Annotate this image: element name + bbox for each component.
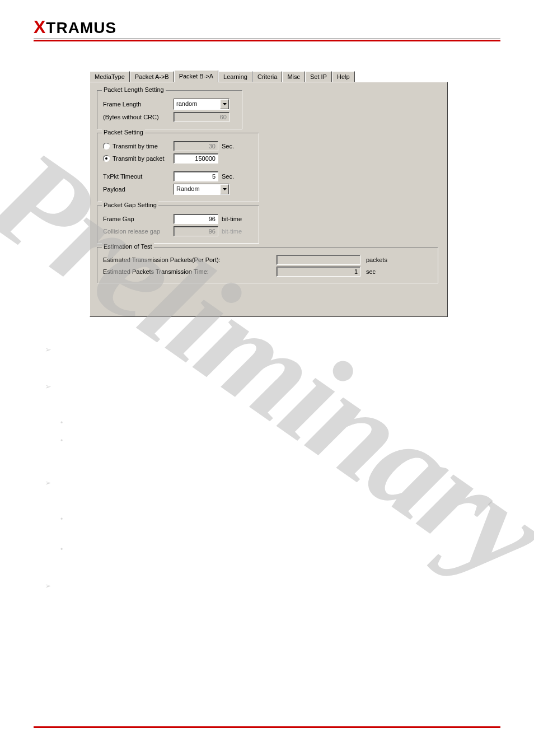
- group-estimation: Estimation of Test Estimated Transmissio…: [97, 247, 438, 283]
- chevron-down-icon[interactable]: [220, 99, 229, 109]
- tab-panel: Packet Length Setting Frame Length rando…: [90, 82, 448, 317]
- bullet-outline: ➢ ➢ • • ➢ • • ➢: [45, 345, 500, 590]
- unit-bittime: bit-time: [222, 216, 242, 222]
- unit-packets: packets: [366, 256, 387, 263]
- group-packet-gap: Packet Gap Setting Frame Gap 96 bit-time…: [97, 206, 259, 244]
- footer-redline: [34, 726, 500, 728]
- group-packet-setting: Packet Setting Transmit by time 30 Sec. …: [97, 133, 259, 202]
- label-est-time: Estimated Packets Transmission Time:: [103, 268, 277, 275]
- radio-icon: [103, 143, 110, 150]
- unit-sec: Sec.: [222, 143, 234, 150]
- tab-setip[interactable]: Set IP: [305, 71, 332, 82]
- svg-marker-1: [223, 188, 227, 190]
- tab-help[interactable]: Help: [332, 71, 355, 82]
- output-est-time: 1: [277, 267, 360, 277]
- radio-icon-checked: [103, 155, 110, 162]
- tab-misc[interactable]: Misc: [282, 71, 305, 82]
- group-packet-length: Packet Length Setting Frame Length rando…: [97, 90, 242, 129]
- dot-bullet: •: [60, 437, 500, 445]
- chevron-bullet: ➢: [45, 345, 500, 354]
- label-txpkt-timeout: TxPkt Timeout: [103, 173, 170, 180]
- radio-transmit-by-packet[interactable]: Transmit by packet: [103, 155, 170, 162]
- input-txpkt-timeout[interactable]: 5: [174, 171, 218, 181]
- legend-estimation: Estimation of Test: [102, 243, 154, 250]
- label-frame-gap: Frame Gap: [103, 216, 170, 222]
- dot-bullet: •: [60, 419, 500, 427]
- label-bytes-without-crc: (Bytes without CRC): [103, 114, 170, 120]
- tab-packet-ab[interactable]: Packet A->B: [130, 71, 174, 82]
- input-transmit-packet-count[interactable]: 150000: [174, 153, 218, 164]
- settings-dialog: MediaType Packet A->B Packet B->A Learni…: [90, 69, 448, 317]
- combo-frame-length[interactable]: random: [174, 99, 229, 110]
- output-est-packets: [277, 255, 360, 265]
- brand-underline: [34, 39, 500, 39]
- dot-bullet: •: [60, 515, 500, 523]
- combo-payload-value: Random: [174, 184, 220, 194]
- chevron-bullet: ➢: [45, 382, 500, 391]
- label-payload: Payload: [103, 186, 170, 193]
- svg-marker-0: [223, 103, 227, 105]
- combo-payload[interactable]: Random: [174, 184, 229, 195]
- legend-packet-gap: Packet Gap Setting: [102, 202, 158, 208]
- label-transmit-by-packet: Transmit by packet: [113, 155, 165, 162]
- unit-sec-3: sec: [366, 268, 376, 275]
- input-collision-release-gap: 96: [174, 226, 218, 236]
- tab-mediatype[interactable]: MediaType: [90, 71, 130, 82]
- legend-packet-length: Packet Length Setting: [102, 86, 166, 93]
- brand-rest: TRAMUS: [46, 19, 116, 36]
- label-collision-release-gap: Collision release gap: [103, 228, 170, 235]
- tab-packet-ba[interactable]: Packet B->A: [174, 70, 218, 82]
- radio-transmit-by-time[interactable]: Transmit by time: [103, 143, 170, 150]
- dot-bullet: •: [60, 545, 500, 553]
- label-est-packets: Estimated Transmission Packets(Per Port)…: [103, 256, 277, 263]
- input-transmit-time: 30: [174, 141, 218, 151]
- chevron-bullet: ➢: [45, 581, 500, 590]
- unit-sec-2: Sec.: [222, 173, 234, 180]
- label-transmit-by-time: Transmit by time: [113, 143, 158, 150]
- tab-strip: MediaType Packet A->B Packet B->A Learni…: [90, 69, 448, 82]
- brand-x: X: [34, 17, 46, 37]
- legend-packet-setting: Packet Setting: [102, 129, 145, 136]
- tab-criteria[interactable]: Criteria: [252, 71, 282, 82]
- chevron-down-icon[interactable]: [220, 184, 229, 194]
- input-bytes-without-crc: 60: [174, 112, 229, 122]
- input-frame-gap[interactable]: 96: [174, 214, 218, 224]
- brand-logo: XTRAMUS: [34, 17, 500, 38]
- tab-learning[interactable]: Learning: [218, 71, 252, 82]
- label-frame-length: Frame Length: [103, 101, 170, 108]
- unit-bittime-2: bit-time: [222, 228, 242, 235]
- combo-frame-length-value: random: [174, 99, 220, 109]
- chevron-bullet: ➢: [45, 478, 500, 487]
- brand-redline: [34, 40, 500, 41]
